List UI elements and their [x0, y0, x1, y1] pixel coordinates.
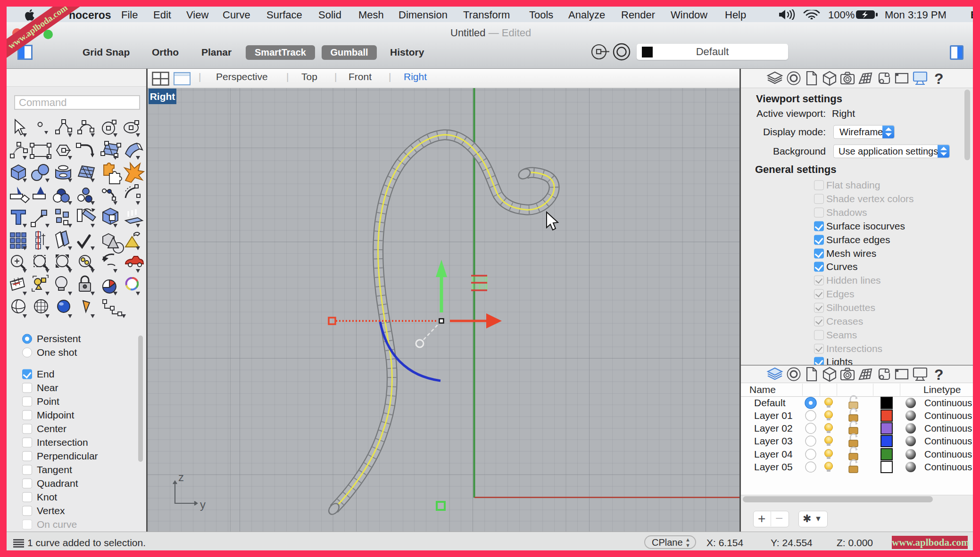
svg-text:Continuous: Continuous — [924, 423, 972, 434]
svg-text:?: ? — [934, 70, 944, 87]
svg-text:Continuous: Continuous — [924, 398, 972, 408]
svg-text:Continuous: Continuous — [924, 449, 972, 459]
svg-text:Layer 03: Layer 03 — [754, 435, 793, 446]
svg-text:Layer 02: Layer 02 — [754, 423, 793, 434]
svg-text:Continuous: Continuous — [924, 436, 972, 446]
svg-text:Default: Default — [754, 397, 786, 408]
svg-text:Layer 01: Layer 01 — [754, 410, 793, 421]
svg-text:Continuous: Continuous — [924, 462, 972, 472]
svg-text:?: ? — [934, 366, 944, 383]
svg-text:z: z — [178, 471, 184, 483]
svg-text:Layer 05: Layer 05 — [754, 461, 793, 472]
svg-text:y: y — [200, 498, 206, 511]
svg-text:Layer 04: Layer 04 — [754, 449, 793, 459]
svg-text:Continuous: Continuous — [924, 410, 972, 421]
